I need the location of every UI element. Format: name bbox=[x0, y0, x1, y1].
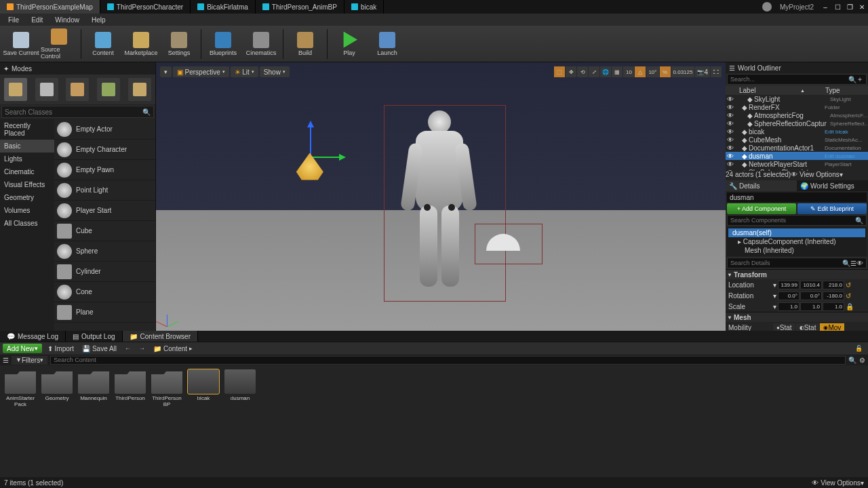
source-control-button[interactable]: Source Control bbox=[41, 27, 77, 61]
visibility-icon[interactable]: 👁 bbox=[727, 104, 734, 111]
tab-anim[interactable]: ThirdPerson_AnimBP bbox=[256, 0, 344, 14]
menu-help[interactable]: Help bbox=[86, 15, 111, 25]
actor-cylinder[interactable]: Cylinder bbox=[54, 262, 155, 282]
sources-icon[interactable]: ☰ bbox=[3, 357, 9, 364]
actor-plane[interactable]: Plane bbox=[54, 302, 155, 323]
gizmo-z-axis[interactable] bbox=[310, 123, 311, 157]
view-options[interactable]: 👁 View Options▾ bbox=[812, 479, 864, 487]
cat-cinematic[interactable]: Cinematic bbox=[0, 165, 54, 178]
tab-world-settings[interactable]: 🌍World Settings bbox=[797, 180, 868, 191]
tab-message-log[interactable]: 💬Message Log bbox=[0, 331, 66, 342]
cat-lights[interactable]: Lights bbox=[0, 152, 54, 165]
vp-snap-scale[interactable]: % bbox=[660, 66, 671, 77]
visibility-icon[interactable]: 👁 bbox=[727, 161, 734, 168]
filter-icon[interactable]: ☰ bbox=[850, 260, 856, 267]
add-icon[interactable]: ＋ bbox=[856, 75, 863, 84]
vp-translate[interactable]: ✥ bbox=[566, 66, 576, 77]
path-crumb[interactable]: 📁Content ▸ bbox=[151, 345, 195, 352]
cb-settings[interactable]: ⚙ bbox=[859, 357, 865, 364]
window-close[interactable]: ✕ bbox=[856, 1, 867, 12]
outliner-row[interactable]: 👁◆RenderFXFolder bbox=[726, 103, 868, 111]
outliner-search[interactable]: 🔍＋ bbox=[727, 74, 867, 85]
vp-select-mode[interactable]: ⬚ bbox=[554, 66, 565, 77]
marketplace-button[interactable]: Marketplace bbox=[123, 27, 159, 61]
comp-mesh[interactable]: Mesh (Inherited) bbox=[728, 246, 865, 255]
actor-cone[interactable]: Cone bbox=[54, 282, 155, 302]
loc-x[interactable]: 139.99 bbox=[778, 281, 800, 289]
menu-file[interactable]: File bbox=[3, 15, 24, 25]
outliner-row[interactable]: 👁◆NetworkPlayerStartPlayerStart bbox=[726, 160, 868, 168]
outliner-row[interactable]: 👁◆CubeMeshStaticMeshAc... bbox=[726, 136, 868, 144]
tab-map[interactable]: ThirdPersonExampleMap bbox=[0, 0, 100, 14]
viewport-scene[interactable] bbox=[156, 62, 726, 331]
tab-content-browser[interactable]: 📁Content Browser bbox=[123, 331, 198, 342]
lock-icon[interactable]: 🔒 bbox=[846, 303, 854, 310]
scale-x[interactable]: 1.0 bbox=[778, 302, 800, 311]
tab-bp2[interactable]: BicakFirlatma bbox=[191, 0, 256, 14]
asset-folder[interactable]: ThirdPerson bbox=[114, 369, 146, 473]
visibility-icon[interactable]: 👁 bbox=[727, 152, 734, 160]
view-options[interactable]: 👁 View Options▾ bbox=[791, 171, 843, 178]
visibility-icon[interactable]: 👁 bbox=[727, 128, 734, 136]
actor-sphere[interactable]: Sphere bbox=[54, 241, 155, 262]
geometry-mode[interactable] bbox=[128, 78, 151, 101]
tab-bp3[interactable]: bicak bbox=[344, 0, 384, 14]
vp-rotate[interactable]: ⟲ bbox=[577, 66, 588, 77]
place-mode[interactable] bbox=[4, 78, 27, 101]
asset-item[interactable]: dusman bbox=[224, 369, 256, 473]
component-search-input[interactable] bbox=[730, 217, 855, 224]
foliage-mode[interactable] bbox=[97, 78, 120, 101]
selected-actor-name[interactable]: dusman bbox=[727, 192, 867, 202]
visibility-icon[interactable]: 👁 bbox=[727, 120, 734, 127]
actor-player-start[interactable]: Player Start bbox=[54, 201, 155, 221]
details-search-input[interactable] bbox=[730, 260, 842, 266]
asset-folder[interactable]: AnimStarterPack bbox=[4, 369, 37, 473]
visibility-icon[interactable]: 👁 bbox=[727, 144, 734, 152]
eye-icon[interactable]: 👁 bbox=[856, 260, 863, 267]
settings-button[interactable]: Settings bbox=[161, 27, 197, 61]
build-button[interactable]: Build bbox=[287, 27, 323, 61]
window-restore[interactable]: ❐ bbox=[844, 1, 855, 12]
cat-all[interactable]: All Classes bbox=[0, 217, 54, 230]
mob-movable1[interactable]: ◉ Mov bbox=[820, 323, 844, 331]
vp-scale[interactable]: ⤢ bbox=[589, 66, 599, 77]
mob-static1[interactable]: ● Stat bbox=[773, 323, 795, 331]
vp-grid-t[interactable]: 10 bbox=[623, 66, 634, 77]
outliner-row[interactable]: 👁◆bicakEdit bicak bbox=[726, 127, 868, 136]
visibility-icon[interactable]: 👁 bbox=[727, 96, 734, 103]
vp-perspective[interactable]: ▣ Perspective▾ bbox=[173, 66, 229, 77]
filters-button[interactable]: ▼ Filters▾ bbox=[12, 356, 47, 365]
import-button[interactable]: ⬆Import bbox=[45, 345, 77, 352]
outliner-row[interactable]: 👁◆AtmosphericFogAtmosphericF... bbox=[726, 111, 868, 119]
outliner-row[interactable]: 👁◆DocumentationActor1Documentation bbox=[726, 144, 868, 152]
window-minimize[interactable]: – bbox=[820, 1, 831, 12]
classes-search-input[interactable] bbox=[5, 108, 142, 116]
actor-point-light[interactable]: Point Light bbox=[54, 180, 155, 201]
cb-lock[interactable]: 🔓 bbox=[852, 345, 865, 352]
play-button[interactable]: Play bbox=[331, 27, 368, 61]
vp-maximize[interactable]: ⛶ bbox=[711, 66, 722, 77]
menu-edit[interactable]: Edit bbox=[26, 15, 48, 25]
actor-empty-pawn[interactable]: Empty Pawn bbox=[54, 160, 155, 180]
actor-empty-char[interactable]: Empty Character bbox=[54, 140, 155, 160]
outliner-search-input[interactable] bbox=[730, 76, 848, 83]
save-current-button[interactable]: Save Current bbox=[3, 27, 39, 61]
loc-z[interactable]: 218.0 bbox=[823, 281, 844, 289]
outliner-row[interactable]: 👁◆dusmanEdit dusman bbox=[726, 152, 868, 160]
cat-recent[interactable]: Recently Placed bbox=[0, 119, 54, 140]
outliner-row[interactable]: 👁◆SkyLightSkyLight bbox=[726, 95, 868, 103]
paint-mode[interactable] bbox=[35, 78, 58, 101]
rot-y[interactable]: 0.0° bbox=[800, 291, 822, 300]
landscape-mode[interactable] bbox=[66, 78, 89, 101]
vp-coord[interactable]: 🌐 bbox=[600, 66, 611, 77]
visibility-icon[interactable]: 👁 bbox=[727, 112, 734, 119]
vp-grid-s[interactable]: 0.03125 bbox=[671, 66, 695, 77]
vp-cam-speed[interactable]: 📷 4 bbox=[695, 66, 710, 77]
cat-volumes[interactable]: Volumes bbox=[0, 204, 54, 217]
save-all-button[interactable]: 💾Save All bbox=[79, 345, 119, 352]
actor-type[interactable]: Edit dusman bbox=[825, 153, 868, 159]
asset-folder[interactable]: Mannequin bbox=[77, 369, 110, 473]
tab-details[interactable]: 🔧Details bbox=[726, 180, 797, 191]
reset-icon[interactable]: ↺ bbox=[846, 281, 851, 289]
actor-cube[interactable]: Cube bbox=[54, 221, 155, 241]
